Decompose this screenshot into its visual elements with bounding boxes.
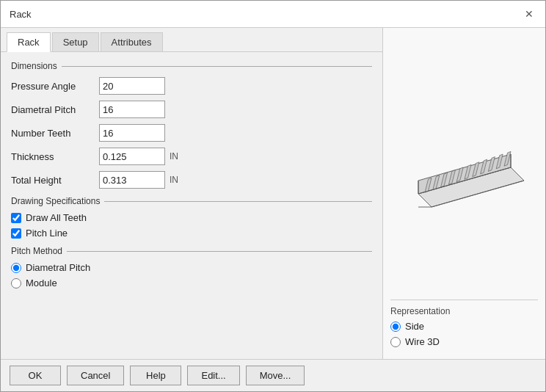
wire3d-radio-row: Wire 3D: [390, 336, 538, 347]
form-area: Dimensions Pressure Angle Diametral Pitc…: [1, 52, 382, 359]
diametral-pitch-radio-row: Diametral Pitch: [11, 262, 372, 273]
dialog-body: Rack Setup Attributes Dimensions Pressur…: [1, 28, 545, 359]
thickness-input[interactable]: [99, 148, 165, 165]
right-panel: Representation Side Wire 3D: [382, 28, 545, 359]
tab-bar: Rack Setup Attributes: [1, 28, 382, 52]
draw-all-teeth-row: Draw All Teeth: [11, 212, 372, 223]
number-teeth-label: Number Teeth: [11, 128, 99, 139]
preview-area: [390, 35, 538, 300]
dialog-footer: OK Cancel Help Edit... Move...: [1, 359, 545, 391]
side-radio[interactable]: [390, 322, 401, 332]
total-height-label: Total Height: [11, 175, 99, 186]
tab-attributes[interactable]: Attributes: [101, 32, 163, 51]
move-button[interactable]: Move...: [246, 366, 305, 385]
module-radio-label: Module: [26, 277, 57, 288]
title-bar: Rack ✕: [1, 1, 545, 28]
dimensions-section-title: Dimensions: [11, 61, 372, 71]
total-height-row: Total Height IN: [11, 171, 372, 189]
number-teeth-row: Number Teeth: [11, 124, 372, 142]
dialog-title: Rack: [10, 9, 32, 20]
diametral-pitch-radio[interactable]: [11, 263, 21, 273]
left-panel: Rack Setup Attributes Dimensions Pressur…: [1, 28, 382, 359]
edit-button[interactable]: Edit...: [187, 366, 239, 385]
wire3d-radio-label: Wire 3D: [405, 336, 440, 347]
diametral-pitch-input[interactable]: [99, 101, 165, 118]
number-teeth-input[interactable]: [99, 124, 165, 142]
total-height-input[interactable]: [99, 171, 165, 189]
representation-section: Representation Side Wire 3D: [390, 300, 538, 352]
thickness-unit: IN: [170, 151, 178, 161]
pitch-line-checkbox[interactable]: [11, 228, 21, 239]
pressure-angle-label: Pressure Angle: [11, 81, 99, 92]
help-button[interactable]: Help: [130, 366, 181, 385]
diametral-pitch-radio-label: Diametral Pitch: [26, 262, 90, 273]
module-radio-row: Module: [11, 277, 372, 288]
thickness-label: Thickness: [11, 151, 99, 162]
rack-preview-svg: [398, 109, 531, 226]
diametral-pitch-label: Diametral Pitch: [11, 104, 99, 115]
dialog-rack: Rack ✕ Rack Setup Attributes Dimensions …: [0, 0, 546, 392]
cancel-button[interactable]: Cancel: [67, 366, 124, 385]
pressure-angle-row: Pressure Angle: [11, 77, 372, 95]
pitch-line-label: Pitch Line: [26, 228, 68, 239]
side-radio-label: Side: [405, 321, 424, 332]
pressure-angle-input[interactable]: [99, 77, 165, 95]
module-radio[interactable]: [11, 278, 21, 288]
representation-title: Representation: [390, 306, 538, 316]
wire3d-radio[interactable]: [390, 337, 401, 347]
tab-setup[interactable]: Setup: [52, 32, 99, 51]
drawing-specs-section-title: Drawing Specifications: [11, 196, 372, 206]
thickness-row: Thickness IN: [11, 148, 372, 165]
draw-all-teeth-label: Draw All Teeth: [26, 212, 87, 223]
total-height-unit: IN: [170, 175, 178, 185]
pitch-line-row: Pitch Line: [11, 228, 372, 239]
diametral-pitch-row: Diametral Pitch: [11, 101, 372, 118]
tab-rack[interactable]: Rack: [7, 32, 51, 52]
pitch-method-section-title: Pitch Method: [11, 246, 372, 256]
ok-button[interactable]: OK: [10, 366, 61, 385]
close-button[interactable]: ✕: [522, 7, 536, 21]
draw-all-teeth-checkbox[interactable]: [11, 213, 21, 223]
side-radio-row: Side: [390, 321, 538, 332]
